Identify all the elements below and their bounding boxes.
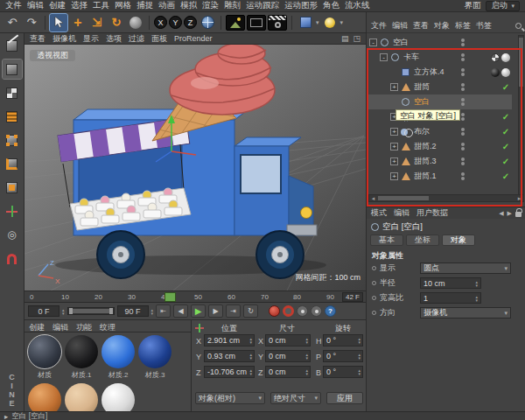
range-start-field[interactable]: 0 F: [28, 305, 60, 317]
coordinate-system-button[interactable]: [199, 14, 216, 32]
menu-simulate[interactable]: 模拟: [180, 0, 197, 11]
visibility-dots[interactable]: [461, 143, 465, 150]
make-editable-button[interactable]: [3, 36, 22, 55]
visibility-dots[interactable]: [461, 128, 465, 136]
object-name[interactable]: 甜筒: [414, 81, 430, 93]
add-light-button[interactable]: [321, 14, 339, 32]
menu-interface[interactable]: 界面: [464, 0, 480, 11]
timeline-ruler[interactable]: 0 10 20 30 40 50 60 70 80 90 42 F: [24, 290, 366, 303]
pos-x-field[interactable]: 2.901 cm▴▾: [204, 334, 255, 346]
visibility-dots[interactable]: [461, 113, 465, 121]
range-end-field[interactable]: 90 F: [117, 305, 149, 317]
expand-toggle[interactable]: +: [390, 128, 398, 136]
lock-x-axis-button[interactable]: X: [154, 16, 167, 29]
truck-window[interactable]: [241, 155, 281, 193]
viewport-float-icon[interactable]: ◳: [353, 34, 360, 43]
om-menu-object[interactable]: 对象: [434, 20, 450, 32]
menu-mesh[interactable]: 网格: [115, 0, 131, 11]
orientation-dropdown[interactable]: 摄像机▾: [420, 307, 511, 318]
pos-z-field[interactable]: -10.706 cm▴▾: [204, 366, 255, 378]
view-name-pill[interactable]: 透视视图: [30, 50, 75, 61]
pos-y-field[interactable]: 0.93 cm▴▾: [204, 350, 255, 362]
material-tag-icon[interactable]: [501, 68, 510, 77]
material-swatch[interactable]: [102, 335, 135, 368]
viewport-solo-button[interactable]: ◎: [3, 225, 22, 244]
menu-snap[interactable]: 捕捉: [136, 0, 153, 11]
lock-y-axis-button[interactable]: Y: [169, 16, 182, 29]
apply-button[interactable]: 应用: [326, 392, 363, 404]
aspect-ratio-field[interactable]: 1▴▾: [420, 292, 481, 304]
object-name[interactable]: 卡车: [403, 52, 419, 63]
rot-p-field[interactable]: 0 °▴▾: [323, 350, 363, 362]
keyframe-dot-icon[interactable]: [372, 266, 376, 270]
object-name[interactable]: 布尔: [414, 126, 430, 137]
keyframe-dot-icon[interactable]: [372, 281, 376, 285]
go-to-end-button[interactable]: ⇥: [226, 304, 241, 318]
display-dropdown[interactable]: 圆点▾: [420, 262, 511, 274]
enabled-check-icon[interactable]: ✓: [501, 172, 510, 181]
material-swatch[interactable]: [28, 335, 61, 368]
redo-button[interactable]: ↷: [23, 14, 40, 32]
truck-headlight[interactable]: [301, 207, 312, 219]
object-row-boole[interactable]: + 布尔 ✓: [367, 124, 512, 139]
menu-pipeline[interactable]: 流水线: [345, 0, 370, 11]
mat-menu-edit[interactable]: 编辑: [52, 322, 68, 330]
scale-tool[interactable]: ⇲: [88, 14, 106, 32]
visibility-dots[interactable]: [461, 83, 465, 91]
object-name[interactable]: 甜筒.2: [414, 141, 437, 152]
menu-mograph[interactable]: 运动图形: [284, 0, 318, 11]
scroll-right-icon[interactable]: ▸: [515, 195, 523, 202]
texture-tag-icon[interactable]: [491, 53, 500, 62]
menu-edit[interactable]: 编辑: [27, 0, 44, 11]
object-row-cone2[interactable]: + 甜筒.2 ✓: [367, 139, 512, 154]
material-name[interactable]: 材质: [26, 370, 63, 380]
rot-b-field[interactable]: 0 °▴▾: [323, 366, 363, 378]
expand-toggle[interactable]: +: [390, 83, 398, 91]
collapse-toggle[interactable]: -: [369, 38, 377, 46]
tab-basic[interactable]: 基本: [370, 234, 403, 246]
rotate-tool[interactable]: ↻: [108, 14, 125, 32]
material-swatch[interactable]: [65, 335, 98, 368]
menu-animate[interactable]: 动画: [158, 0, 175, 11]
vp-menu-filter[interactable]: 过滤: [129, 33, 144, 45]
enabled-check-icon[interactable]: ✓: [501, 127, 510, 136]
chevron-down-icon[interactable]: ▾: [316, 19, 319, 26]
add-primitive-button[interactable]: [297, 14, 314, 32]
am-menu-edit[interactable]: 编辑: [394, 207, 410, 219]
object-row-cone1[interactable]: + 甜筒.1 ✓: [367, 169, 512, 184]
stepper-icon[interactable]: ▴▾: [62, 308, 65, 315]
om-menu-tags[interactable]: 标签: [455, 20, 471, 32]
om-menu-edit[interactable]: 编辑: [392, 20, 408, 32]
autokeying-button[interactable]: [283, 305, 294, 317]
go-to-start-button[interactable]: ⇤: [156, 304, 171, 318]
mat-menu-create[interactable]: 创建: [29, 322, 45, 330]
object-name[interactable]: 甜筒.1: [414, 171, 437, 182]
enabled-check-icon[interactable]: ✓: [501, 157, 510, 166]
edges-mode-button[interactable]: [3, 154, 22, 173]
vertical-scrollbar[interactable]: [518, 35, 524, 200]
snap-toggle-button[interactable]: [3, 248, 22, 268]
object-row-null-root[interactable]: - 空白: [367, 35, 512, 50]
visibility-dots[interactable]: [461, 172, 465, 180]
scrollbar-thumb[interactable]: [378, 196, 429, 200]
scroll-left-icon[interactable]: ◂: [369, 195, 377, 202]
object-row-truck[interactable]: - 卡车: [367, 50, 512, 65]
object-name[interactable]: 立方体.4: [414, 66, 444, 78]
workplane-mode-button[interactable]: [3, 107, 22, 126]
stepper-icon[interactable]: ▴▾: [151, 308, 154, 315]
menu-tools[interactable]: 工具: [93, 0, 109, 11]
om-menu-bookmarks[interactable]: 书签: [476, 20, 492, 32]
mat-menu-function[interactable]: 功能: [76, 322, 92, 330]
object-name[interactable]: 甜筒.3: [414, 156, 437, 167]
enabled-check-icon[interactable]: ✓: [501, 142, 510, 151]
viewport-canvas[interactable]: Z X 网格间距：100 cm: [24, 45, 366, 290]
material-swatch[interactable]: [28, 383, 61, 411]
visibility-dots[interactable]: [461, 98, 465, 106]
vp-menu-panel[interactable]: 面板: [151, 33, 167, 45]
playhead-marker[interactable]: [164, 292, 176, 302]
rear-wheel[interactable]: [97, 231, 144, 278]
menu-select[interactable]: 选择: [71, 0, 88, 11]
object-name[interactable]: 空白: [393, 37, 409, 48]
om-menu-view[interactable]: 查看: [413, 20, 429, 32]
keyframe-dot-icon[interactable]: [372, 311, 376, 315]
